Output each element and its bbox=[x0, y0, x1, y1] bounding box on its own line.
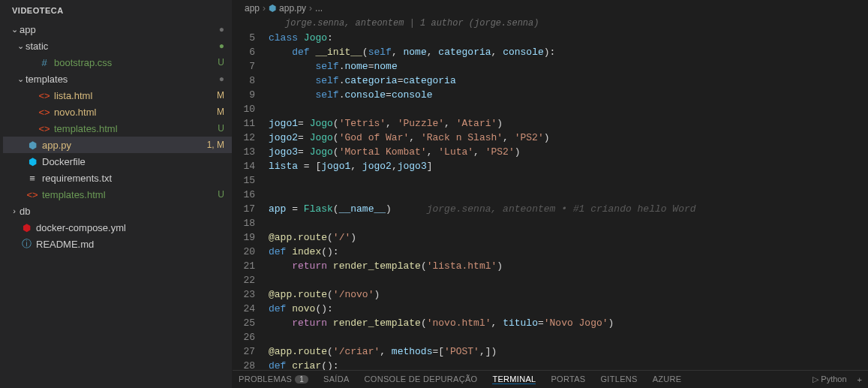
breadcrumb-part[interactable]: app.py bbox=[279, 3, 306, 14]
file-item[interactable]: ⬢docker-compose.yml bbox=[3, 219, 232, 236]
item-label: templates.html bbox=[54, 123, 218, 134]
code-line[interactable]: 23@app.route('/novo') bbox=[233, 287, 868, 302]
file-item[interactable]: ⬢Dockerfile bbox=[3, 153, 232, 170]
folder-item[interactable]: ⌄templates● bbox=[3, 71, 232, 87]
panel-tab[interactable]: CONSOLE DE DEPURAÇÃO bbox=[365, 374, 478, 384]
file-item[interactable]: ⬢app.py1, M bbox=[3, 137, 232, 153]
line-number[interactable]: 27 bbox=[233, 344, 269, 359]
item-label: bootstrap.css bbox=[54, 57, 218, 68]
panel-tab[interactable]: PORTAS bbox=[551, 374, 585, 384]
file-icon: # bbox=[38, 57, 51, 68]
chevron-down-icon[interactable]: ⌄ bbox=[15, 41, 26, 51]
panel-tab[interactable]: SAÍDA bbox=[323, 374, 350, 384]
code-line[interactable]: 16 bbox=[233, 188, 868, 202]
breadcrumb-part[interactable]: ... bbox=[315, 3, 323, 14]
folder-item[interactable]: ⌄app● bbox=[3, 21, 232, 38]
file-item[interactable]: <>lista.htmlM bbox=[3, 87, 232, 104]
code-line[interactable]: 28def criar(): bbox=[233, 359, 868, 370]
panel-tab[interactable]: GITLENS bbox=[600, 374, 637, 384]
line-number[interactable]: 20 bbox=[233, 245, 269, 259]
line-number[interactable]: 8 bbox=[233, 74, 269, 88]
git-status-badge: U bbox=[218, 57, 224, 68]
line-number[interactable]: 14 bbox=[233, 159, 269, 173]
code-editor[interactable]: jorge.senna, anteontem | 1 author (jorge… bbox=[233, 17, 868, 370]
file-item[interactable]: #bootstrap.cssU bbox=[3, 54, 232, 71]
line-number[interactable]: 5 bbox=[233, 31, 269, 45]
item-label: app.py bbox=[42, 140, 207, 151]
code-line[interactable]: 13jogo3= Jogo('Mortal Kombat', 'Luta', '… bbox=[233, 145, 868, 159]
code-line[interactable]: 7 self.nome=nome bbox=[233, 59, 868, 74]
code-line[interactable]: 5class Jogo: bbox=[233, 31, 868, 45]
chevron-right-icon: › bbox=[309, 3, 312, 14]
folder-item[interactable]: ⌄static● bbox=[3, 38, 232, 54]
line-number[interactable]: 18 bbox=[233, 216, 269, 230]
code-line[interactable]: 25 return render_template('novo.html', t… bbox=[233, 316, 868, 330]
file-item[interactable]: ≡requirements.txt bbox=[3, 170, 232, 186]
code-line[interactable]: 14lista = [jogo1, jogo2,jogo3] bbox=[233, 159, 868, 173]
code-line[interactable]: 21 return render_template('lista.html') bbox=[233, 259, 868, 273]
line-number[interactable]: 11 bbox=[233, 116, 269, 131]
panel-tab[interactable]: AZURE bbox=[653, 374, 682, 384]
chevron-down-icon[interactable]: ⌄ bbox=[9, 25, 20, 35]
line-number[interactable]: 26 bbox=[233, 330, 269, 344]
line-number[interactable]: 23 bbox=[233, 287, 269, 302]
line-number[interactable]: 25 bbox=[233, 316, 269, 330]
code-line[interactable]: 18 bbox=[233, 216, 868, 230]
git-status-badge: 1, M bbox=[207, 140, 224, 150]
chevron-down-icon[interactable]: ⌄ bbox=[15, 74, 26, 84]
code-line[interactable]: 20def index(): bbox=[233, 245, 868, 259]
code-line[interactable]: 10 bbox=[233, 102, 868, 116]
line-number[interactable]: 7 bbox=[233, 59, 269, 74]
code-line[interactable]: 24def novo(): bbox=[233, 302, 868, 316]
line-number[interactable]: 24 bbox=[233, 302, 269, 316]
code-line[interactable]: 11jogo1= Jogo('Tetris', 'Puzzle', 'Atari… bbox=[233, 116, 868, 131]
code-line[interactable]: 15 bbox=[233, 173, 868, 188]
panel-tab[interactable]: PROBLEMAS1 bbox=[239, 374, 308, 384]
code-line[interactable]: 17app = Flask(__name__) jorge.senna, ant… bbox=[233, 202, 868, 216]
git-blame-annotation: jorge.senna, anteontem • #1 criando hell… bbox=[427, 203, 696, 215]
terminal-shell-selector[interactable]: ▷ Python bbox=[812, 374, 846, 384]
code-line[interactable]: 9 self.console=console bbox=[233, 88, 868, 102]
chevron-right-icon[interactable]: › bbox=[9, 206, 20, 215]
chevron-right-icon: › bbox=[263, 3, 266, 14]
code-line[interactable]: 12jogo2= Jogo('God of War', 'Rack n Slas… bbox=[233, 131, 868, 145]
line-number[interactable]: 12 bbox=[233, 131, 269, 145]
file-item[interactable]: <>novo.htmlM bbox=[3, 104, 232, 120]
item-label: novo.html bbox=[54, 107, 217, 118]
file-item[interactable]: ⓘREADME.md bbox=[3, 236, 232, 252]
line-number[interactable]: 21 bbox=[233, 259, 269, 273]
line-number[interactable]: 17 bbox=[233, 202, 269, 216]
code-line[interactable]: 6 def __init__(self, nome, categoria, co… bbox=[233, 45, 868, 59]
line-number[interactable]: 22 bbox=[233, 273, 269, 287]
code-line[interactable]: 27@app.route('/criar', methods=['POST',]… bbox=[233, 344, 868, 359]
add-terminal-icon[interactable]: + bbox=[857, 375, 862, 384]
git-status-badge: U bbox=[218, 189, 224, 200]
line-number[interactable]: 10 bbox=[233, 102, 269, 116]
line-number[interactable]: 15 bbox=[233, 173, 269, 188]
git-status-badge: ● bbox=[219, 41, 224, 51]
panel-tab[interactable]: TERMINAL bbox=[492, 374, 536, 384]
line-number[interactable]: 19 bbox=[233, 230, 269, 245]
git-status-badge: U bbox=[218, 123, 224, 134]
breadcrumb-part[interactable]: app bbox=[245, 3, 260, 14]
file-icon: ⬢ bbox=[26, 156, 39, 167]
count-badge: 1 bbox=[295, 375, 308, 383]
item-label: README.md bbox=[36, 239, 224, 250]
file-item[interactable]: <>templates.htmlU bbox=[3, 120, 232, 137]
authorship-lens[interactable]: jorge.senna, anteontem | 1 author (jorge… bbox=[233, 17, 868, 31]
line-number[interactable]: 6 bbox=[233, 45, 269, 59]
file-icon: <> bbox=[26, 189, 39, 200]
code-line[interactable]: 22 bbox=[233, 273, 868, 287]
file-item[interactable]: <>templates.htmlU bbox=[3, 186, 232, 203]
code-line[interactable]: 8 self.categoria=categoria bbox=[233, 74, 868, 88]
code-line[interactable]: 19@app.route('/') bbox=[233, 230, 868, 245]
folder-item[interactable]: ›db bbox=[3, 203, 232, 219]
line-number[interactable]: 13 bbox=[233, 145, 269, 159]
file-icon: <> bbox=[38, 107, 51, 118]
line-number[interactable]: 9 bbox=[233, 88, 269, 102]
line-number[interactable]: 16 bbox=[233, 188, 269, 202]
line-number[interactable]: 28 bbox=[233, 359, 269, 370]
git-status-badge: M bbox=[217, 107, 224, 117]
breadcrumb[interactable]: app › ⬢ app.py › ... bbox=[233, 0, 868, 17]
code-line[interactable]: 26 bbox=[233, 330, 868, 344]
